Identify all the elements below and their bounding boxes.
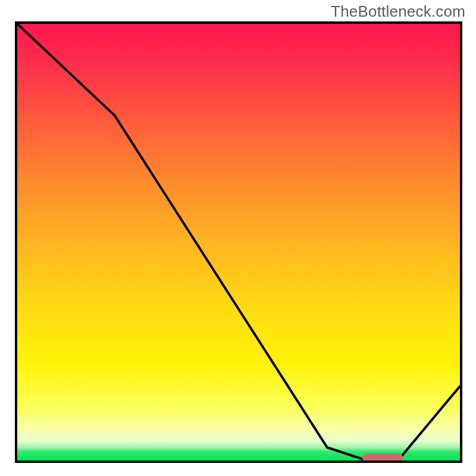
bottleneck-curve (17, 24, 460, 461)
chart-container: TheBottleneck.com (0, 0, 476, 476)
plot-frame (15, 21, 462, 463)
watermark-text: TheBottleneck.com (331, 2, 465, 21)
curve-layer (17, 24, 460, 461)
flat-segment-marker (362, 453, 403, 462)
